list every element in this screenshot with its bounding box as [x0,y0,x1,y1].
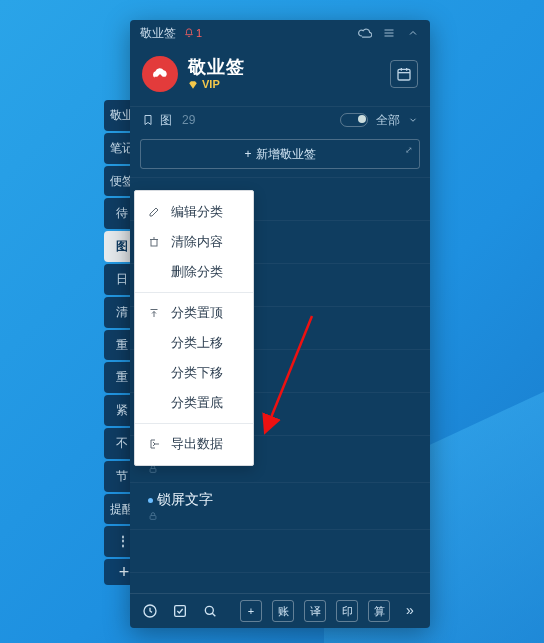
ctx-label: 导出数据 [171,435,223,453]
header: 敬业签 VIP [130,46,430,106]
bookmark-icon [142,114,154,126]
bottom-left [140,601,220,621]
add-note-label: 新增敬业签 [256,146,316,163]
search-icon [202,603,218,619]
app-name-block: 敬业签 VIP [188,57,245,92]
ctx-label: 删除分类 [171,263,223,281]
blank-icon [147,265,161,279]
notification-count: 1 [196,27,202,39]
calc-button[interactable]: 算 [368,600,390,622]
bell-icon [184,28,194,38]
ctx-label: 分类上移 [171,334,223,352]
bottom-bar: + 账 译 印 算 » [130,593,430,628]
ctx-label: 清除内容 [171,233,223,251]
list-row-empty [130,530,430,573]
calendar-button[interactable] [390,60,418,88]
vip-label: VIP [202,78,220,91]
plus-square-button[interactable]: + [240,600,262,622]
expand-icon: ⤢ [405,145,413,155]
category-bar: 图 29 全部 [130,106,430,133]
bottom-right: + 账 译 印 算 » [240,600,420,622]
ctx-pin-bottom[interactable]: 分类置底 [135,388,253,418]
separator [135,292,253,293]
more-button[interactable]: » [400,600,420,620]
desktop: 敬业 笔记 便签 待 图 日 清 重 重 紧 不 节 提醒 ⋮ + 敬业签 1 [0,0,544,643]
plus-icon: + [244,147,251,161]
edit-icon [147,205,161,219]
toggle-switch[interactable] [340,113,368,127]
svg-rect-13 [151,240,157,247]
trash-icon [147,235,161,249]
ctx-export-data[interactable]: 导出数据 [135,429,253,459]
vip-badge: VIP [188,78,245,91]
svg-line-12 [212,613,215,616]
blank-icon [147,336,161,350]
ctx-pin-top[interactable]: 分类置顶 [135,298,253,328]
translate-button[interactable]: 译 [304,600,326,622]
ctx-move-down[interactable]: 分类下移 [135,358,253,388]
titlebar-app-name: 敬业签 [140,25,176,42]
cloud-house-icon [149,63,171,85]
category-left[interactable]: 图 29 [142,112,195,129]
cloud-sync-icon[interactable] [358,26,372,40]
ctx-edit-category[interactable]: 编辑分类 [135,197,253,227]
titlebar-right [358,26,420,40]
print-button[interactable]: 印 [336,600,358,622]
blank-icon [147,366,161,380]
category-count: 29 [182,113,195,127]
search-button[interactable] [200,601,220,621]
header-right [390,60,418,88]
notification-badge[interactable]: 1 [184,27,202,39]
svg-rect-7 [150,469,156,473]
ctx-clear-content[interactable]: 清除内容 [135,227,253,257]
bullet-dot [148,498,153,503]
svg-rect-10 [175,606,186,617]
item-title: 锁屏文字 [157,491,213,507]
separator [135,423,253,424]
category-right: 全部 [340,112,418,129]
add-row: + 新增敬业签 ⤢ [130,133,430,177]
category-name: 图 [160,112,172,129]
to-top-icon [147,306,161,320]
export-icon [147,437,161,451]
list-item[interactable]: 锁屏文字 [130,483,430,530]
checkbox-icon [172,603,188,619]
account-button[interactable]: 账 [272,600,294,622]
ctx-move-up[interactable]: 分类上移 [135,328,253,358]
ctx-delete-category[interactable]: 删除分类 [135,257,253,287]
diamond-icon [188,80,198,90]
ctx-label: 分类置底 [171,394,223,412]
ctx-label: 分类下移 [171,364,223,382]
clock-button[interactable] [140,601,160,621]
clock-icon [142,603,158,619]
add-note-button[interactable]: + 新增敬业签 ⤢ [140,139,420,169]
blank-icon [147,396,161,410]
ctx-label: 编辑分类 [171,203,223,221]
collapse-icon[interactable] [406,26,420,40]
lock-icon [148,511,158,521]
chevron-down-icon[interactable] [408,115,418,125]
context-menu: 编辑分类 清除内容 删除分类 分类置顶 分类上移 分类下移 分类置底 [134,190,254,466]
app-title: 敬业签 [188,57,245,79]
ctx-label: 分类置顶 [171,304,223,322]
calendar-icon [396,66,412,82]
app-logo [142,56,178,92]
filter-label[interactable]: 全部 [376,112,400,129]
titlebar: 敬业签 1 [130,20,430,46]
svg-rect-8 [150,516,156,520]
check-button[interactable] [170,601,190,621]
menu-icon[interactable] [382,26,396,40]
titlebar-left: 敬业签 1 [140,25,202,42]
svg-rect-3 [398,69,410,80]
